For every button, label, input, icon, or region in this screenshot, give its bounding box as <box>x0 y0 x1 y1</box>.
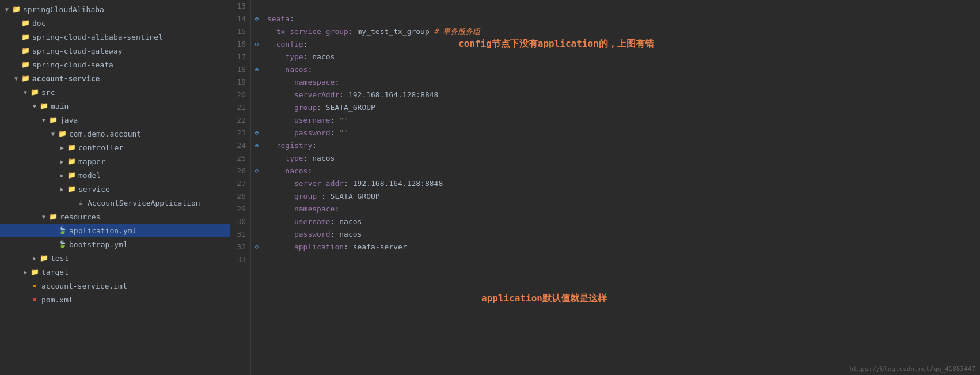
code-line-33 <box>267 253 980 266</box>
tree-item-target[interactable]: 📁 target <box>0 265 230 279</box>
tree-item-iml[interactable]: ▪ account-service.iml <box>0 279 230 293</box>
code-token <box>267 215 294 228</box>
line-num-24: 24 <box>235 139 246 152</box>
tree-item-account-service[interactable]: 📁 account-service <box>0 71 230 85</box>
tree-item-seata[interactable]: 📁 spring-cloud-seata <box>0 58 230 71</box>
code-token <box>267 165 285 177</box>
code-line-29: namespace: <box>267 203 980 215</box>
tree-item-app-class[interactable]: ☕ AccountServiceApplication <box>0 196 230 210</box>
code-token: : <box>344 177 353 190</box>
code-token: "" <box>339 127 348 139</box>
tree-label: java <box>60 116 78 124</box>
tree-label: com.demo.account <box>69 130 141 138</box>
tree-item-root[interactable]: 📁 springCloudAlibaba <box>0 2 230 16</box>
gutter-16[interactable]: ⊖ <box>251 38 263 51</box>
gutter-22 <box>251 114 263 127</box>
tree-item-sentinel[interactable]: 📁 spring-cloud-alibaba-sentinel <box>0 30 230 44</box>
code-line-13 <box>267 0 980 13</box>
line-num-16: 16 <box>235 38 246 51</box>
code-token: : <box>331 127 340 139</box>
gutter-13 <box>251 0 263 13</box>
code-content[interactable]: seata: tx-service-group: my_test_tx_grou… <box>263 0 980 375</box>
yaml-icon: 🍃 <box>58 226 67 234</box>
tree-label: service <box>78 185 110 194</box>
code-token: : <box>317 190 330 203</box>
code-token: nacos <box>285 63 307 76</box>
code-token <box>267 228 294 241</box>
code-token: : <box>331 215 340 228</box>
arrow-icon <box>21 269 30 275</box>
gutter-14[interactable]: ⊖ <box>251 13 263 25</box>
line-numbers: 13 14 15 16 17 18 19 20 21 22 23 24 25 2… <box>230 0 251 375</box>
folder-icon: 📁 <box>12 5 21 13</box>
code-editor: 13 14 15 16 17 18 19 20 21 22 23 24 25 2… <box>230 0 980 375</box>
gutter-32[interactable]: ⊖ <box>251 241 263 253</box>
line-num-26: 26 <box>235 165 246 177</box>
tree-item-resources[interactable]: 📁 resources <box>0 210 230 224</box>
arrow-icon <box>39 214 48 220</box>
tree-item-pom[interactable]: ▪ pom.xml <box>0 293 230 306</box>
tree-item-service[interactable]: 📁 service <box>0 182 230 196</box>
code-token: : <box>303 51 313 63</box>
tree-item-doc[interactable]: 📁 doc <box>0 16 230 30</box>
tree-item-application-yml[interactable]: 🍃 application.yml <box>0 224 230 237</box>
folder-icon: 📁 <box>48 213 58 221</box>
gutter-31 <box>251 228 263 241</box>
line-num-20: 20 <box>235 89 246 101</box>
code-token: serverAddr <box>294 89 339 101</box>
code-line-22: username: "" <box>267 114 980 127</box>
arrow-icon <box>2 6 12 13</box>
gutter-15 <box>251 25 263 38</box>
code-token: namespace <box>294 76 335 89</box>
code-line-20: serverAddr: 192.168.164.128:8848 <box>267 89 980 101</box>
code-token: # 事务服务组 <box>434 25 481 38</box>
code-token: : <box>335 76 339 89</box>
tree-item-model[interactable]: 📁 model <box>0 168 230 182</box>
tree-item-package[interactable]: 📁 com.demo.account <box>0 127 230 141</box>
code-line-18: nacos: <box>267 63 980 76</box>
gutter-33 <box>251 253 263 266</box>
code-token <box>267 177 294 190</box>
code-token: application <box>294 241 344 253</box>
code-token: nacos <box>285 165 307 177</box>
code-token <box>267 139 276 152</box>
code-token: type <box>285 51 303 63</box>
code-line-16: config: <box>267 38 980 51</box>
tree-item-main[interactable]: 📁 main <box>0 99 230 113</box>
code-token: group <box>294 101 317 114</box>
tree-item-src[interactable]: 📁 src <box>0 85 230 99</box>
gutter-20 <box>251 89 263 101</box>
code-token: seata <box>267 13 290 25</box>
gutter-18[interactable]: ⊖ <box>251 63 263 76</box>
code-line-19: namespace: <box>267 76 980 89</box>
code-line-31: password: nacos <box>267 228 980 241</box>
folder-icon: 📁 <box>48 116 58 124</box>
gutter-19 <box>251 76 263 89</box>
arrow-icon <box>30 255 39 262</box>
folder-icon: 📁 <box>39 102 48 110</box>
arrow-icon <box>58 186 67 192</box>
tree-item-mapper[interactable]: 📁 mapper <box>0 154 230 168</box>
code-token: username <box>294 215 331 228</box>
gutter-23[interactable]: ⊖ <box>251 127 263 139</box>
tree-item-java[interactable]: 📁 java <box>0 113 230 127</box>
tree-label: target <box>41 268 69 276</box>
tree-item-controller[interactable]: 📁 controller <box>0 141 230 154</box>
gutter-24[interactable]: ⊖ <box>251 139 263 152</box>
tree-item-bootstrap-yml[interactable]: 🍃 bootstrap.yml <box>0 237 230 251</box>
code-token: : <box>317 101 326 114</box>
folder-icon: 📁 <box>21 60 30 69</box>
tree-label: spring-cloud-seata <box>32 60 113 69</box>
code-token <box>267 101 294 114</box>
code-line-24: registry: <box>267 139 980 152</box>
line-num-31: 31 <box>235 228 246 241</box>
code-token: : <box>303 38 308 51</box>
line-num-15: 15 <box>235 25 246 38</box>
line-num-30: 30 <box>235 215 246 228</box>
tree-label: bootstrap.yml <box>69 240 128 249</box>
code-token: type <box>285 152 303 165</box>
tree-item-test[interactable]: 📁 test <box>0 251 230 265</box>
gutter-26[interactable]: ⊖ <box>251 165 263 177</box>
tree-item-gateway[interactable]: 📁 spring-cloud-gateway <box>0 44 230 58</box>
folder-icon: 📁 <box>67 143 76 151</box>
